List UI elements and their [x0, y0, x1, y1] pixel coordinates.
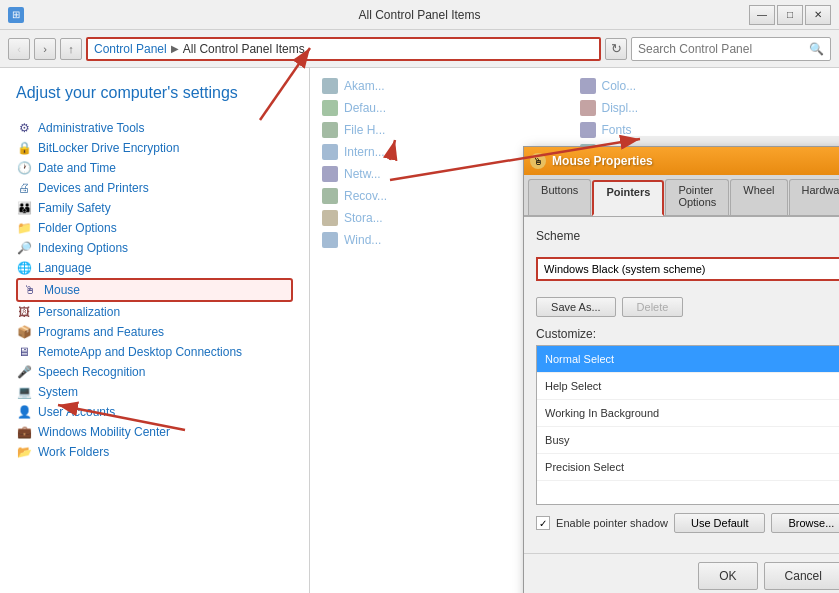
item-label: Devices and Printers	[38, 181, 149, 195]
control-item-indexing-options[interactable]: 🔎Indexing Options	[16, 238, 293, 258]
maximize-button[interactable]: □	[777, 5, 803, 25]
refresh-button[interactable]: ↻	[605, 38, 627, 60]
control-item-programs-and-features[interactable]: 📦Programs and Features	[16, 322, 293, 342]
customize-label: Customize:	[536, 327, 839, 341]
ok-button[interactable]: OK	[698, 562, 757, 590]
shadow-checkbox[interactable]: ✓	[536, 516, 550, 530]
dialog-tab-hardware[interactable]: Hardware	[789, 179, 840, 215]
right-item[interactable]: File H...	[318, 120, 574, 140]
right-item-icon	[322, 166, 338, 182]
cursor-list[interactable]: Normal Select↖Help Select↗❓Working In Ba…	[536, 345, 839, 505]
dialog-title-left: 🖱 Mouse Properties	[530, 153, 653, 169]
item-icon: 🖨	[16, 180, 32, 196]
right-item[interactable]: Defau...	[318, 98, 574, 118]
item-icon: 🕐	[16, 160, 32, 176]
search-input[interactable]	[638, 42, 805, 56]
dialog-body: Scheme Windows Black (system scheme) ↖ S…	[524, 217, 839, 553]
shadow-label: Enable pointer shadow	[556, 517, 668, 529]
browse-button[interactable]: Browse...	[771, 513, 839, 533]
item-icon: 📁	[16, 220, 32, 236]
save-as-button[interactable]: Save As...	[536, 297, 616, 317]
control-item-date-and-time[interactable]: 🕐Date and Time	[16, 158, 293, 178]
right-item-icon	[580, 100, 596, 116]
cursor-list-item[interactable]: Precision Select✛	[537, 454, 839, 481]
right-item-label: Recov...	[344, 189, 387, 203]
right-item-icon	[322, 78, 338, 94]
item-icon: 🖥	[16, 344, 32, 360]
item-icon: 📂	[16, 444, 32, 460]
left-panel: Adjust your computer's settings ⚙Adminis…	[0, 68, 310, 593]
item-label: Programs and Features	[38, 325, 164, 339]
control-item-language[interactable]: 🌐Language	[16, 258, 293, 278]
use-default-button[interactable]: Use Default	[674, 513, 765, 533]
item-label: Family Safety	[38, 201, 111, 215]
cursor-list-item[interactable]: Working In Background↖⌛	[537, 400, 839, 427]
item-label: Date and Time	[38, 161, 116, 175]
main-content: Adjust your computer's settings ⚙Adminis…	[0, 68, 839, 593]
right-item[interactable]: Akam...	[318, 76, 574, 96]
item-label: Work Folders	[38, 445, 109, 459]
dialog-overlay: 🖱 Mouse Properties ✕ ButtonsPointersPoin…	[620, 136, 839, 593]
control-item-work-folders[interactable]: 📂Work Folders	[16, 442, 293, 462]
item-label: Administrative Tools	[38, 121, 145, 135]
right-panel: Akam...Colo...Defau...Displ...File H...F…	[310, 68, 839, 593]
search-icon: 🔍	[809, 42, 824, 56]
right-item-icon	[580, 78, 596, 94]
control-item-family-safety[interactable]: 👪Family Safety	[16, 198, 293, 218]
right-item-icon	[322, 122, 338, 138]
cursor-item-label: Normal Select	[545, 353, 614, 365]
window-title: All Control Panel Items	[0, 8, 839, 22]
section-title: Adjust your computer's settings	[16, 84, 293, 102]
right-item-label: Colo...	[602, 79, 637, 93]
navigation-bar: ‹ › ↑ Control Panel ▶ All Control Panel …	[0, 30, 839, 68]
item-label: Windows Mobility Center	[38, 425, 170, 439]
control-item-devices-and-printers[interactable]: 🖨Devices and Printers	[16, 178, 293, 198]
right-item-icon	[322, 210, 338, 226]
minimize-button[interactable]: —	[749, 5, 775, 25]
cancel-button[interactable]: Cancel	[764, 562, 839, 590]
cursor-list-item[interactable]: Normal Select↖	[537, 346, 839, 373]
delete-button[interactable]: Delete	[622, 297, 684, 317]
control-item-bitlocker-drive-encryption[interactable]: 🔒BitLocker Drive Encryption	[16, 138, 293, 158]
breadcrumb-separator: ▶	[171, 43, 179, 54]
control-item-speech-recognition[interactable]: 🎤Speech Recognition	[16, 362, 293, 382]
item-label: User Accounts	[38, 405, 115, 419]
control-item-folder-options[interactable]: 📁Folder Options	[16, 218, 293, 238]
back-button[interactable]: ‹	[8, 38, 30, 60]
scheme-select[interactable]: Windows Black (system scheme)	[536, 257, 839, 281]
up-button[interactable]: ↑	[60, 38, 82, 60]
dialog-tab-pointers[interactable]: Pointers	[592, 180, 664, 216]
dialog-titlebar[interactable]: 🖱 Mouse Properties ✕	[524, 147, 839, 175]
scheme-row: Windows Black (system scheme) ↖	[536, 249, 839, 289]
title-bar: ⊞ All Control Panel Items — □ ✕	[0, 0, 839, 30]
dialog-tab-buttons[interactable]: Buttons	[528, 179, 591, 215]
close-button[interactable]: ✕	[805, 5, 831, 25]
cursor-item-label: Help Select	[545, 380, 601, 392]
control-item-user-accounts[interactable]: 👤User Accounts	[16, 402, 293, 422]
control-item-personalization[interactable]: 🖼Personalization	[16, 302, 293, 322]
app-icon: ⊞	[8, 7, 24, 23]
dialog-app-icon: 🖱	[530, 153, 546, 169]
title-bar-left: ⊞	[8, 7, 24, 23]
right-item-label: Wind...	[344, 233, 381, 247]
dialog-tab-wheel[interactable]: Wheel	[730, 179, 787, 215]
item-label: Indexing Options	[38, 241, 128, 255]
right-item[interactable]: Displ...	[576, 98, 832, 118]
control-item-administrative-tools[interactable]: ⚙Administrative Tools	[16, 118, 293, 138]
right-item-label: Netw...	[344, 167, 381, 181]
right-item[interactable]: Colo...	[576, 76, 832, 96]
breadcrumb-root[interactable]: Control Panel	[94, 42, 167, 56]
control-item-windows-mobility-center[interactable]: 💼Windows Mobility Center	[16, 422, 293, 442]
right-item-label: Fonts	[602, 123, 632, 137]
cursor-list-item[interactable]: Busy⌛	[537, 427, 839, 454]
dialog-tab-pointer-options[interactable]: Pointer Options	[665, 179, 729, 215]
control-item-mouse[interactable]: 🖱Mouse	[16, 278, 293, 302]
right-item-label: File H...	[344, 123, 385, 137]
forward-button[interactable]: ›	[34, 38, 56, 60]
right-item-label: Displ...	[602, 101, 639, 115]
control-item-system[interactable]: 💻System	[16, 382, 293, 402]
control-item-remoteapp-and-desktop-connections[interactable]: 🖥RemoteApp and Desktop Connections	[16, 342, 293, 362]
cursor-list-item[interactable]: Help Select↗❓	[537, 373, 839, 400]
item-icon: 🔎	[16, 240, 32, 256]
item-label: RemoteApp and Desktop Connections	[38, 345, 242, 359]
